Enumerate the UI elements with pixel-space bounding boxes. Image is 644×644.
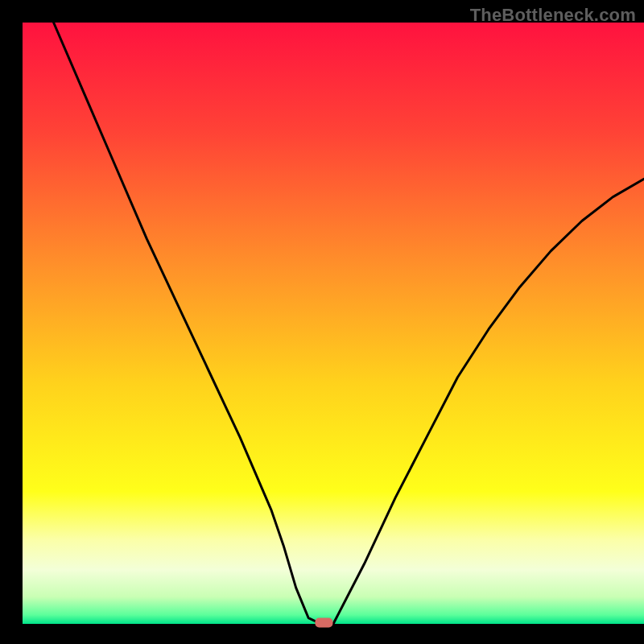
- chart-svg: [0, 0, 644, 644]
- plot-background: [23, 23, 644, 624]
- chart-container: TheBottleneck.com: [0, 0, 644, 644]
- watermark-text: TheBottleneck.com: [470, 5, 636, 26]
- minimum-marker: [315, 618, 332, 628]
